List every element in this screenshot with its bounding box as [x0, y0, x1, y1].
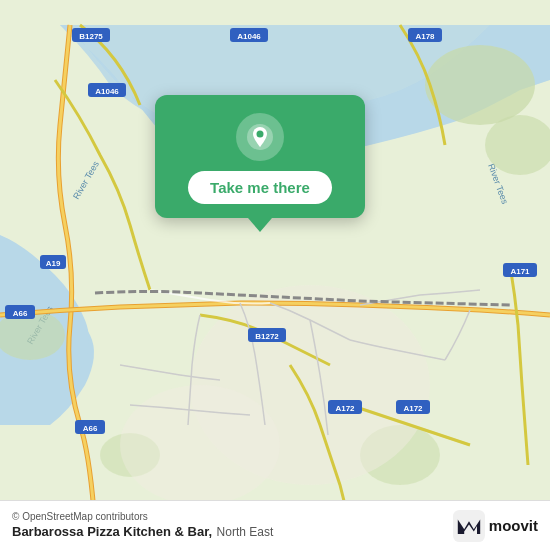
location-icon-wrapper — [236, 113, 284, 161]
svg-text:A172: A172 — [335, 404, 355, 413]
svg-point-10 — [120, 385, 280, 505]
svg-rect-35 — [453, 510, 485, 542]
take-me-there-button[interactable]: Take me there — [188, 171, 332, 204]
svg-text:A19: A19 — [46, 259, 61, 268]
location-pin-icon — [246, 123, 274, 151]
map-container: River Tees River Tees River Tees — [0, 0, 550, 550]
svg-text:A171: A171 — [510, 267, 530, 276]
svg-point-34 — [257, 131, 264, 138]
moovit-logo: moovit — [453, 510, 538, 542]
bottom-left-info: © OpenStreetMap contributors Barbarossa … — [12, 511, 273, 540]
svg-text:A178: A178 — [415, 32, 435, 41]
moovit-icon — [453, 510, 485, 542]
svg-text:B1275: B1275 — [79, 32, 103, 41]
svg-text:A172: A172 — [403, 404, 423, 413]
bottom-bar: © OpenStreetMap contributors Barbarossa … — [0, 500, 550, 550]
svg-text:A1046: A1046 — [95, 87, 119, 96]
popup-card: Take me there — [155, 95, 365, 218]
place-name: Barbarossa Pizza Kitchen & Bar, — [12, 524, 212, 539]
place-region: North East — [217, 525, 274, 539]
svg-text:B1272: B1272 — [255, 332, 279, 341]
moovit-text: moovit — [489, 517, 538, 534]
svg-text:A1046: A1046 — [237, 32, 261, 41]
place-info: Barbarossa Pizza Kitchen & Bar, North Ea… — [12, 522, 273, 540]
svg-text:A66: A66 — [83, 424, 98, 433]
map-background: River Tees River Tees River Tees — [0, 0, 550, 550]
svg-text:A66: A66 — [13, 309, 28, 318]
svg-point-4 — [425, 45, 535, 125]
osm-credit: © OpenStreetMap contributors — [12, 511, 273, 522]
